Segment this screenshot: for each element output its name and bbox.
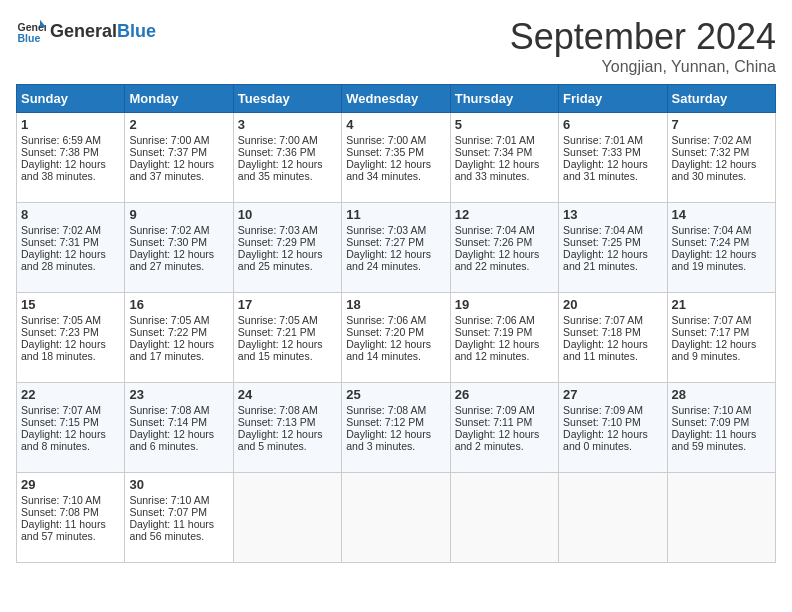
day-cell: 26 Sunrise: 7:09 AMSunset: 7:11 PMDaylig… [450,383,558,473]
day-cell: 27 Sunrise: 7:09 AMSunset: 7:10 PMDaylig… [559,383,667,473]
day-cell: 19 Sunrise: 7:06 AMSunset: 7:19 PMDaylig… [450,293,558,383]
empty-cell [450,473,558,563]
col-friday: Friday [559,85,667,113]
day-cell: 25 Sunrise: 7:08 AMSunset: 7:12 PMDaylig… [342,383,450,473]
month-title: September 2024 [510,16,776,58]
day-cell: 24 Sunrise: 7:08 AMSunset: 7:13 PMDaylig… [233,383,341,473]
day-cell: 8 Sunrise: 7:02 AMSunset: 7:31 PMDayligh… [17,203,125,293]
col-thursday: Thursday [450,85,558,113]
day-cell: 30 Sunrise: 7:10 AMSunset: 7:07 PMDaylig… [125,473,233,563]
col-tuesday: Tuesday [233,85,341,113]
day-cell: 4 Sunrise: 7:00 AMSunset: 7:35 PMDayligh… [342,113,450,203]
empty-cell [559,473,667,563]
day-cell: 1 Sunrise: 6:59 AMSunset: 7:38 PMDayligh… [17,113,125,203]
col-saturday: Saturday [667,85,775,113]
logo-text: GeneralBlue [50,21,156,42]
day-cell: 29 Sunrise: 7:10 AMSunset: 7:08 PMDaylig… [17,473,125,563]
day-cell: 12 Sunrise: 7:04 AMSunset: 7:26 PMDaylig… [450,203,558,293]
day-cell: 9 Sunrise: 7:02 AMSunset: 7:30 PMDayligh… [125,203,233,293]
calendar-table: Sunday Monday Tuesday Wednesday Thursday… [16,84,776,563]
day-cell: 23 Sunrise: 7:08 AMSunset: 7:14 PMDaylig… [125,383,233,473]
empty-cell [233,473,341,563]
calendar-row-3: 15 Sunrise: 7:05 AMSunset: 7:23 PMDaylig… [17,293,776,383]
day-cell: 11 Sunrise: 7:03 AMSunset: 7:27 PMDaylig… [342,203,450,293]
day-cell: 14 Sunrise: 7:04 AMSunset: 7:24 PMDaylig… [667,203,775,293]
calendar-row-4: 22 Sunrise: 7:07 AMSunset: 7:15 PMDaylig… [17,383,776,473]
day-cell: 18 Sunrise: 7:06 AMSunset: 7:20 PMDaylig… [342,293,450,383]
day-cell: 28 Sunrise: 7:10 AMSunset: 7:09 PMDaylig… [667,383,775,473]
svg-text:Blue: Blue [18,32,41,44]
col-monday: Monday [125,85,233,113]
day-cell: 2 Sunrise: 7:00 AMSunset: 7:37 PMDayligh… [125,113,233,203]
location: Yongjian, Yunnan, China [510,58,776,76]
day-cell: 10 Sunrise: 7:03 AMSunset: 7:29 PMDaylig… [233,203,341,293]
logo-icon: General Blue [16,16,46,46]
empty-cell [667,473,775,563]
day-cell: 6 Sunrise: 7:01 AMSunset: 7:33 PMDayligh… [559,113,667,203]
day-cell: 5 Sunrise: 7:01 AMSunset: 7:34 PMDayligh… [450,113,558,203]
title-block: September 2024 Yongjian, Yunnan, China [510,16,776,76]
col-wednesday: Wednesday [342,85,450,113]
calendar-row-5: 29 Sunrise: 7:10 AMSunset: 7:08 PMDaylig… [17,473,776,563]
day-cell: 3 Sunrise: 7:00 AMSunset: 7:36 PMDayligh… [233,113,341,203]
logo: General Blue GeneralBlue [16,16,156,46]
day-cell: 21 Sunrise: 7:07 AMSunset: 7:17 PMDaylig… [667,293,775,383]
day-cell: 20 Sunrise: 7:07 AMSunset: 7:18 PMDaylig… [559,293,667,383]
day-cell: 22 Sunrise: 7:07 AMSunset: 7:15 PMDaylig… [17,383,125,473]
calendar-header-row: Sunday Monday Tuesday Wednesday Thursday… [17,85,776,113]
day-cell: 7 Sunrise: 7:02 AMSunset: 7:32 PMDayligh… [667,113,775,203]
day-cell: 17 Sunrise: 7:05 AMSunset: 7:21 PMDaylig… [233,293,341,383]
calendar-row-2: 8 Sunrise: 7:02 AMSunset: 7:31 PMDayligh… [17,203,776,293]
page-header: General Blue GeneralBlue September 2024 … [16,16,776,76]
col-sunday: Sunday [17,85,125,113]
day-cell: 16 Sunrise: 7:05 AMSunset: 7:22 PMDaylig… [125,293,233,383]
empty-cell [342,473,450,563]
day-cell: 15 Sunrise: 7:05 AMSunset: 7:23 PMDaylig… [17,293,125,383]
day-cell: 13 Sunrise: 7:04 AMSunset: 7:25 PMDaylig… [559,203,667,293]
calendar-row-1: 1 Sunrise: 6:59 AMSunset: 7:38 PMDayligh… [17,113,776,203]
